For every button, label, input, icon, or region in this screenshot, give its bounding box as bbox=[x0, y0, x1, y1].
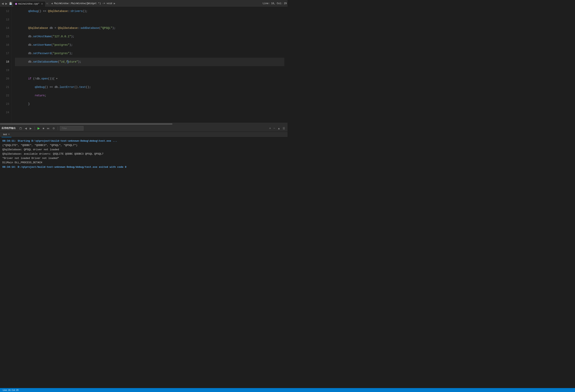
ln-19: 19 bbox=[1, 66, 9, 75]
bottom-toolbar: 应用程序输出 ◀ ▶ ▶ ■ ⏭ ⚙ + − ▲ ☰ bbox=[0, 125, 288, 132]
tab-close-button[interactable]: ✕ bbox=[41, 2, 43, 5]
ln-13: 13 bbox=[1, 16, 9, 24]
panel-tab-name: test bbox=[3, 133, 7, 136]
code-line-19 bbox=[15, 66, 284, 75]
settings-button[interactable]: ⚙ bbox=[52, 126, 56, 130]
ln-17: 17 bbox=[1, 49, 9, 58]
next-output-button[interactable]: ▶ bbox=[29, 126, 33, 130]
editor-area[interactable]: 12 13 14 15 16 17 18 19 20 21 22 23 24 q… bbox=[0, 7, 288, 123]
toolbar-right: + − ▲ ☰ bbox=[268, 126, 286, 131]
output-line-4: QSqlDatabase: available drivers: QSQLITE… bbox=[2, 152, 285, 156]
output-line-1: 08:34:11: Starting D:\qtproject\build-te… bbox=[2, 139, 285, 143]
code-line-14: QSqlDatabase db = QSqlDatabase::addDatab… bbox=[15, 24, 284, 32]
ln-18: 18 bbox=[1, 58, 9, 66]
code-line-23: } bbox=[15, 100, 284, 108]
clean-icon bbox=[19, 127, 22, 130]
nav-prev-button[interactable]: ◀ bbox=[50, 2, 53, 5]
code-line-22: return; bbox=[15, 91, 284, 100]
svg-rect-0 bbox=[20, 128, 22, 129]
ln-20: 20 bbox=[1, 75, 9, 83]
panel-tabs: test ✕ bbox=[0, 132, 288, 137]
clean-output-button[interactable] bbox=[19, 127, 23, 130]
panel-tab-test[interactable]: test ✕ bbox=[1, 132, 11, 137]
code-line-20: if (!db.open()){ ▼ bbox=[15, 75, 284, 83]
toolbar-separator-2 bbox=[58, 127, 58, 130]
cursor-position: Line: 18, Col: 29 bbox=[263, 2, 287, 5]
ln-24: 24 bbox=[1, 108, 9, 117]
run-button[interactable]: ▶ bbox=[37, 126, 41, 131]
ln-21: 21 bbox=[1, 83, 9, 91]
plus-button[interactable]: + bbox=[268, 126, 272, 131]
panel-menu-button[interactable]: ☰ bbox=[282, 126, 286, 130]
output-line-3: QSqlDatabase: QPSQL driver not loaded bbox=[2, 148, 285, 152]
ln-15: 15 bbox=[1, 32, 9, 41]
step-button[interactable]: ⏭ bbox=[46, 126, 50, 130]
editor-scrollbar-thumb[interactable] bbox=[0, 123, 172, 125]
prev-output-button[interactable]: ◀ bbox=[24, 126, 28, 130]
code-area[interactable]: qDebug() << QSqlDatabase::drivers(); QSq… bbox=[12, 7, 288, 123]
tab-bar-right: Line: 18, Col: 29 bbox=[263, 2, 287, 5]
output-content: 08:34:11: Starting D:\qtproject\build-te… bbox=[0, 137, 288, 192]
code-line-18: db.setDatabaseName("zd_future"); bbox=[15, 58, 284, 66]
nav-next-button[interactable]: ▶ bbox=[113, 2, 116, 5]
code-line-17: db.setPassword("postgres"); bbox=[15, 49, 284, 58]
line-numbers: 12 13 14 15 16 17 18 19 20 21 22 23 24 bbox=[0, 7, 12, 123]
code-container: 12 13 14 15 16 17 18 19 20 21 22 23 24 q… bbox=[0, 7, 288, 123]
function-navigator: ◀ MainWindow::MainWindow(QWidget *) -> v… bbox=[48, 2, 118, 5]
panel-title: 应用程序输出 bbox=[1, 127, 16, 130]
output-line-6: DllMain DLL_PROCESS_DETACH bbox=[2, 160, 285, 165]
output-line-7: 08:34:14: D:/qtproject/build-test-unknow… bbox=[2, 165, 285, 169]
maximize-panel-button[interactable]: ▲ bbox=[277, 126, 281, 130]
tab-mainwindow[interactable]: mainwindow.cpp* ✕ bbox=[13, 1, 46, 7]
forward-button[interactable]: ▶ bbox=[4, 2, 8, 5]
code-line-24 bbox=[15, 108, 284, 117]
filter-input[interactable] bbox=[60, 126, 83, 131]
ln-23: 23 bbox=[1, 100, 9, 108]
code-line-16: db.setUserName("postgres"); bbox=[15, 41, 284, 49]
output-line-5: "Driver not loaded Driver not loaded" bbox=[2, 156, 285, 160]
tab-bar: ◀ ▶ 💾 mainwindow.cpp* ✕ ≡ ◀ MainWindow::… bbox=[0, 0, 288, 7]
save-button[interactable]: 💾 bbox=[8, 2, 13, 5]
editor-scrollbar[interactable] bbox=[0, 123, 288, 125]
ln-12: 12 bbox=[1, 7, 9, 16]
code-line-12: qDebug() << QSqlDatabase::drivers(); bbox=[15, 7, 284, 16]
ln-16: 16 bbox=[1, 41, 9, 49]
tab-filename: mainwindow.cpp* bbox=[18, 2, 40, 5]
code-line-21: qDebug() << db.lastError().text(); bbox=[15, 83, 284, 91]
code-line-15: db.setHostName("127.0.0.1"); bbox=[15, 32, 284, 41]
panel-tab-close-button[interactable]: ✕ bbox=[8, 133, 10, 136]
function-nav-label: MainWindow::MainWindow(QWidget *) -> voi… bbox=[54, 2, 112, 5]
output-line-2: ("QSQLITE", "QODBC", "QODBC3", "QPSQL", … bbox=[2, 143, 285, 148]
tab-icon bbox=[15, 3, 17, 5]
ln-14: 14 bbox=[1, 24, 9, 32]
stop-button[interactable]: ■ bbox=[42, 126, 45, 130]
minus-button[interactable]: − bbox=[273, 126, 276, 131]
tab-more-button[interactable]: ≡ bbox=[46, 2, 48, 5]
back-button[interactable]: ◀ bbox=[1, 2, 4, 5]
ln-22: 22 bbox=[1, 91, 9, 100]
code-line-13 bbox=[15, 16, 284, 24]
